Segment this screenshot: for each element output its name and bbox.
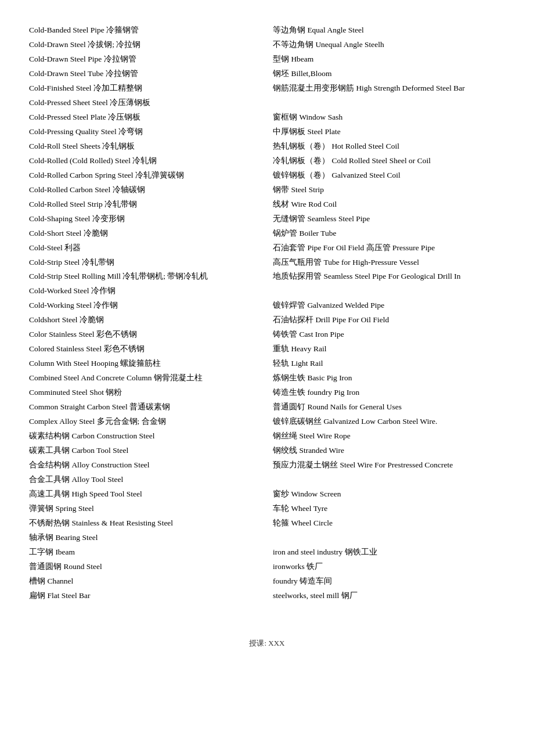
right-entry: 石油套管 Pipe For Oil Field 高压管 Pressure Pip… [273, 241, 505, 255]
right-entry: 轻轨 Light Rail [273, 357, 505, 371]
right-entry [273, 96, 505, 110]
left-entry: Color Stainless Steel 彩色不锈钢 [29, 327, 261, 342]
right-entry: ironworks 铁厂 [273, 560, 505, 574]
right-entry: 钢丝绳 Steel Wire Rope [273, 429, 505, 444]
right-entry [273, 473, 505, 487]
right-entry: 窗纱 Window Screen [273, 487, 505, 502]
right-entry: 型钢 Hbeam [273, 52, 505, 67]
right-entry: 无缝钢管 Seamless Steel Pipe [273, 212, 505, 226]
left-entry: 碳素工具钢 Carbon Tool Steel [29, 444, 261, 458]
left-entry: 工字钢 Ibeam [29, 545, 261, 560]
left-entry: Cold-Drawn Steel 冷拔钢; 冷拉钢 [29, 38, 261, 52]
right-entry: 铸铁管 Cast Iron Pipe [273, 327, 505, 342]
right-entry: 钢绞线 Stranded Wire [273, 444, 505, 458]
left-entry: Cold-Drawn Steel Tube 冷拉钢管 [29, 67, 261, 81]
right-entry: 热轧钢板（卷） Hot Rolled Steel Coil [273, 139, 505, 154]
left-entry: Combined Steel And Concrete Column 钢骨混凝土… [29, 371, 261, 386]
left-entry: Coldshort Steel 冷脆钢 [29, 313, 261, 327]
right-entry: 轮箍 Wheel Circle [273, 516, 505, 531]
right-entry: 锅炉管 Boiler Tube [273, 226, 505, 241]
left-entry: Cold-Banded Steel Pipe 冷箍钢管 [29, 23, 261, 38]
right-entry: steelworks, steel mill 钢厂 [273, 589, 505, 603]
right-entry: 钢坯 Billet,Bloom [273, 67, 505, 81]
left-entry: Complex Alloy Steel 多元合金钢; 合金钢 [29, 415, 261, 429]
left-column: Cold-Banded Steel Pipe 冷箍钢管Cold-Drawn St… [29, 23, 273, 603]
left-entry: Cold-Pressed Sheet Steel 冷压薄钢板 [29, 96, 261, 110]
left-entry: 不锈耐热钢 Stainless & Heat Resisting Steel [29, 516, 261, 531]
left-entry: Cold-Short Steel 冷脆钢 [29, 226, 261, 241]
right-entry: 冷轧钢板（卷） Cold Rolled Steel Sheel or Coil [273, 154, 505, 168]
right-entry: 地质钻探用管 Seamless Steel Pipe For Geologica… [273, 269, 505, 284]
right-entry: 等边角钢 Equal Angle Steel [273, 23, 505, 38]
left-entry: Cold-Rolled Steel Strip 冷轧带钢 [29, 197, 261, 212]
right-entry: 重轨 Heavy Rail [273, 342, 505, 357]
right-entry: foundry 铸造车间 [273, 574, 505, 589]
left-entry: 碳素结构钢 Carbon Construction Steel [29, 429, 261, 444]
left-entry: Cold-Roll Steel Sheets 冷轧钢板 [29, 139, 261, 154]
left-entry: Cold-Steel 利器 [29, 241, 261, 255]
right-entry: 普通圆钉 Round Nails for General Uses [273, 400, 505, 415]
right-entry: 窗框钢 Window Sash [273, 110, 505, 125]
right-column: 等边角钢 Equal Angle Steel不等边角钢 Unequal Angl… [273, 23, 505, 603]
right-entry: 中厚钢板 Steel Plate [273, 125, 505, 139]
left-entry: 扁钢 Flat Steel Bar [29, 589, 261, 603]
left-entry: Cold-Strip Steel Rolling Mill 冷轧带钢机; 带钢冷… [29, 269, 261, 284]
right-entry: 钢筋混凝土用变形钢筋 High Strength Deformed Steel … [273, 81, 505, 96]
right-entry: 不等边角钢 Unequal Angle Steelh [273, 38, 505, 52]
left-entry: Cold-Worked Steel 冷作钢 [29, 284, 261, 298]
left-entry: Cold-Shaping Steel 冷变形钢 [29, 212, 261, 226]
right-entry: 镀锌焊管 Galvanized Welded Pipe [273, 298, 505, 313]
left-entry: Cold-Drawn Steel Pipe 冷拉钢管 [29, 52, 261, 67]
right-entry [273, 531, 505, 545]
left-entry: 合金工具钢 Alloy Tool Steel [29, 473, 261, 487]
left-entry: 槽钢 Channel [29, 574, 261, 589]
right-entry: 车轮 Wheel Tyre [273, 502, 505, 516]
right-entry: 钢带 Steel Strip [273, 183, 505, 197]
right-entry: 预应力混凝土钢丝 Steel Wire For Prestressed Conc… [273, 458, 505, 473]
right-entry: 镀锌底碳钢丝 Galvanized Low Carbon Steel Wire. [273, 415, 505, 429]
right-entry: iron and steel industry 钢铁工业 [273, 545, 505, 560]
left-entry: Comminuted Steel Shot 钢粉 [29, 386, 261, 400]
left-entry: 普通圆钢 Round Steel [29, 560, 261, 574]
left-entry: Cold-Rolled Carbon Spring Steel 冷轧弹簧碳钢 [29, 168, 261, 183]
left-entry: 弹簧钢 Spring Steel [29, 502, 261, 516]
right-entry [273, 284, 505, 298]
left-entry: Cold-Rolled Carbon Steel 冷轴碳钢 [29, 183, 261, 197]
left-entry: 轴承钢 Bearing Steel [29, 531, 261, 545]
right-entry: 线材 Wire Rod Coil [273, 197, 505, 212]
right-entry: 铸造生铁 foundry Pig Iron [273, 386, 505, 400]
footer-text: 授课: XXX [29, 638, 505, 649]
left-entry: Common Straight Carbon Steel 普通碳素钢 [29, 400, 261, 415]
left-entry: 高速工具钢 High Speed Tool Steel [29, 487, 261, 502]
right-entry: 镀锌钢板（卷） Galvanized Steel Coil [273, 168, 505, 183]
left-entry: Cold-Pressed Steel Plate 冷压钢板 [29, 110, 261, 125]
left-entry: Colored Stainless Steel 彩色不锈钢 [29, 342, 261, 357]
right-entry: 高压气瓶用管 Tube for High-Pressure Vessel [273, 255, 505, 270]
left-entry: Column With Steel Hooping 螺旋箍筋柱 [29, 357, 261, 371]
left-entry: Cold-Pressing Quality Steel 冷弯钢 [29, 125, 261, 139]
left-entry: Cold-Working Steel 冷作钢 [29, 298, 261, 313]
left-entry: Cold-Strip Steel 冷轧带钢 [29, 255, 261, 270]
right-entry: 炼钢生铁 Basic Pig Iron [273, 371, 505, 386]
left-entry: Cold-Finished Steel 冷加工精整钢 [29, 81, 261, 96]
left-entry: Cold-Rolled (Cold Rolled) Steel 冷轧钢 [29, 154, 261, 168]
left-entry: 合金结构钢 Alloy Construction Steel [29, 458, 261, 473]
right-entry: 石油钻探杆 Drill Pipe For Oil Field [273, 313, 505, 327]
